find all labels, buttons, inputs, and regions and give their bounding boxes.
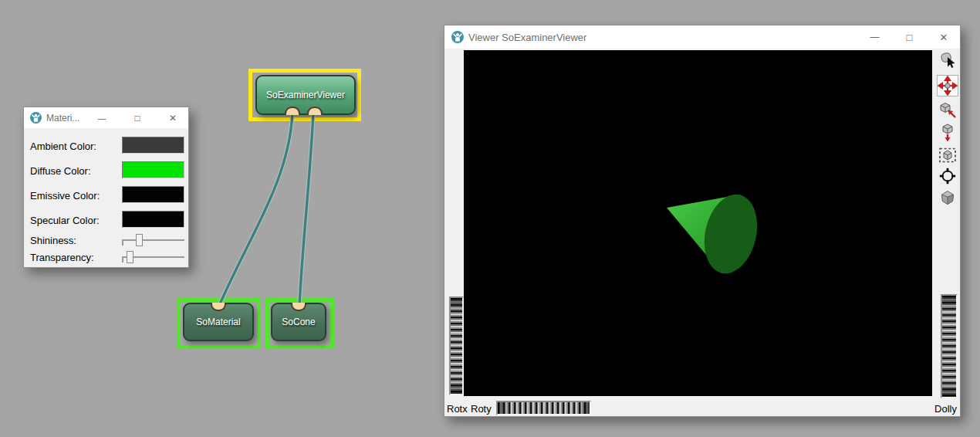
examiner-viewer-window: Viewer SoExaminerViewer — □ ✕ bbox=[444, 25, 961, 417]
input-port[interactable] bbox=[291, 303, 306, 311]
maximize-button[interactable]: □ bbox=[892, 25, 927, 49]
close-button[interactable]: ✕ bbox=[161, 107, 184, 128]
ambient-color-label: Ambient Color: bbox=[30, 141, 96, 152]
transparency-slider-handle[interactable] bbox=[127, 251, 133, 263]
home-icon bbox=[938, 100, 958, 120]
transparency-label: Transparency: bbox=[30, 252, 94, 263]
rendered-cone bbox=[464, 50, 932, 396]
dolly-thumbwheel[interactable] bbox=[941, 294, 958, 398]
transparency-slider[interactable] bbox=[122, 250, 184, 264]
view-all-button[interactable] bbox=[937, 144, 958, 166]
node-label: SoMaterial bbox=[196, 317, 240, 327]
node-label: SoCone bbox=[282, 317, 315, 327]
roty-label: Roty bbox=[471, 403, 492, 415]
set-home-button[interactable] bbox=[937, 121, 958, 143]
viewer-window-title: Viewer SoExaminerViewer bbox=[468, 32, 586, 43]
specular-color-swatch[interactable] bbox=[122, 211, 184, 228]
node-so-material[interactable]: SoMaterial bbox=[183, 303, 254, 341]
shininess-slider[interactable] bbox=[122, 233, 184, 247]
view-all-icon bbox=[938, 145, 958, 165]
node-so-examiner-viewer[interactable]: SoExaminerViewer bbox=[255, 75, 356, 115]
seek-icon bbox=[938, 166, 958, 186]
diffuse-color-swatch[interactable] bbox=[122, 161, 184, 178]
emissive-color-swatch[interactable] bbox=[122, 186, 184, 203]
rotx-thumbwheel[interactable] bbox=[449, 296, 464, 395]
render-viewport[interactable] bbox=[464, 50, 932, 396]
view-mode-button[interactable] bbox=[937, 75, 958, 97]
material-window-title: Materi... bbox=[46, 113, 79, 124]
seek-button[interactable] bbox=[937, 165, 958, 187]
ambient-color-swatch[interactable] bbox=[122, 137, 184, 154]
close-button[interactable]: ✕ bbox=[927, 25, 961, 49]
home-button[interactable] bbox=[937, 99, 958, 120]
output-port-material[interactable] bbox=[285, 107, 300, 115]
minimize-button[interactable]: — bbox=[90, 107, 113, 128]
node-so-cone[interactable]: SoCone bbox=[271, 303, 326, 341]
camera-type-button[interactable] bbox=[937, 187, 958, 208]
pick-mode-button[interactable] bbox=[937, 49, 958, 71]
maximize-button[interactable]: □ bbox=[126, 107, 149, 128]
connection-viewer-to-material[interactable] bbox=[219, 113, 292, 306]
connection-cone-halo bbox=[299, 113, 313, 306]
node-label: SoExaminerViewer bbox=[266, 90, 345, 100]
inventor-logo-icon bbox=[451, 31, 464, 43]
connection-viewer-to-cone[interactable] bbox=[299, 113, 313, 306]
dolly-label: Dolly bbox=[934, 403, 957, 415]
connection-material-halo bbox=[219, 113, 292, 306]
camera-type-icon bbox=[938, 188, 958, 208]
emissive-color-label: Emissive Color: bbox=[30, 190, 100, 202]
view-mode-icon bbox=[938, 76, 958, 96]
shininess-label: Shininess: bbox=[30, 235, 76, 246]
minimize-button[interactable]: — bbox=[857, 25, 892, 49]
specular-color-label: Specular Color: bbox=[30, 215, 100, 226]
shininess-slider-handle[interactable] bbox=[136, 234, 143, 246]
pick-mode-icon bbox=[938, 50, 958, 70]
slider-track bbox=[122, 239, 184, 241]
input-port[interactable] bbox=[211, 303, 226, 311]
roty-thumbwheel[interactable] bbox=[496, 401, 591, 415]
material-editor-window: Materi... — □ ✕ Ambient Color: Diffuse C… bbox=[23, 107, 189, 268]
scene-graph-canvas: SoExaminerViewer SoMaterial SoCone Mater… bbox=[0, 0, 980, 437]
output-port-cone[interactable] bbox=[307, 107, 323, 115]
inventor-logo-icon bbox=[30, 112, 42, 124]
set-home-icon bbox=[938, 122, 958, 142]
rotx-label: Rotx bbox=[447, 403, 468, 415]
diffuse-color-label: Diffuse Color: bbox=[30, 165, 91, 177]
